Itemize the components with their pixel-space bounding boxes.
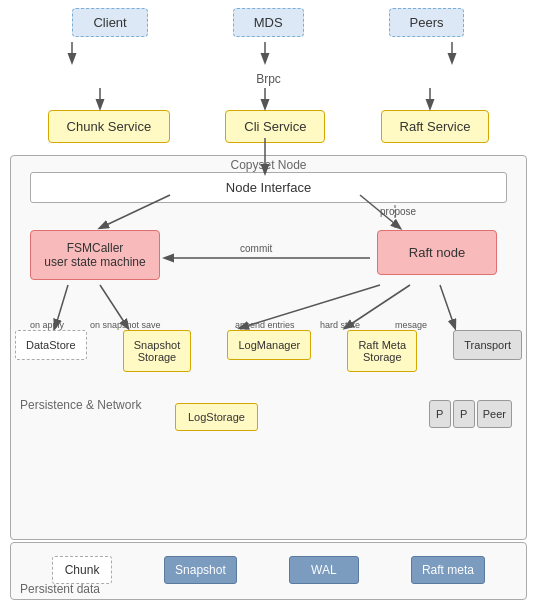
- fsm-line2: user state machine: [39, 255, 151, 269]
- top-nodes-row: Client MDS Peers: [0, 8, 537, 37]
- diagram: Client MDS Peers Brpc Chunk Service Cli …: [0, 0, 537, 600]
- log-manager-box: LogManager: [227, 330, 311, 360]
- peer-p1: P: [429, 400, 451, 428]
- service-row: Chunk Service Cli Service Raft Service: [0, 110, 537, 143]
- copyset-label: Copyset Node: [230, 158, 306, 172]
- snapshot-storage-box: SnapshotStorage: [123, 330, 191, 372]
- peer-p2: P: [453, 400, 475, 428]
- fsm-caller-box: FSMCaller user state machine: [30, 230, 160, 280]
- append-entries-label: append entries: [235, 320, 295, 330]
- raft-meta-storage-box: Raft MetaStorage: [347, 330, 417, 372]
- peer-peer: Peer: [477, 400, 512, 428]
- mds-node: MDS: [233, 8, 304, 37]
- fsm-line1: FSMCaller: [39, 241, 151, 255]
- wal-persistent: WAL: [289, 556, 359, 584]
- chunk-service: Chunk Service: [48, 110, 171, 143]
- hard-state-label: hard state: [320, 320, 360, 330]
- raft-meta-persistent: Raft meta: [411, 556, 485, 584]
- persistence-network-label: Persistence & Network: [20, 398, 141, 412]
- node-interface: Node Interface: [30, 172, 507, 203]
- snapshot-save-label: on snapshot save: [90, 320, 161, 330]
- raft-node-box: Raft node: [377, 230, 497, 275]
- log-storage-box: LogStorage: [175, 403, 258, 431]
- transport-box: Transport: [453, 330, 522, 360]
- peers-node: Peers: [389, 8, 465, 37]
- datastore-box: DataStore: [15, 330, 87, 360]
- persistent-data-label: Persistent data: [20, 582, 100, 596]
- message-label: mesage: [395, 320, 427, 330]
- chunk-persistent: Chunk: [52, 556, 112, 584]
- client-node: Client: [72, 8, 147, 37]
- components-row: DataStore SnapshotStorage LogManager Raf…: [15, 330, 522, 372]
- peer-group: P P Peer: [429, 400, 512, 428]
- snapshot-persistent: Snapshot: [164, 556, 237, 584]
- on-apply-label: on apply: [30, 320, 64, 330]
- raft-service: Raft Service: [381, 110, 490, 143]
- brpc-label: Brpc: [256, 72, 281, 86]
- cli-service: Cli Service: [225, 110, 325, 143]
